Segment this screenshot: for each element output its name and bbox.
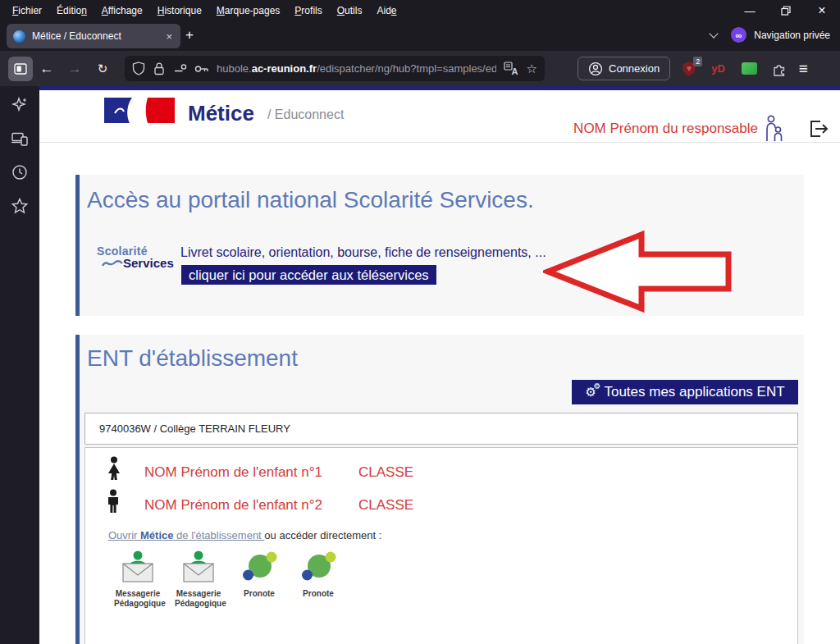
menu-affichage[interactable]: Affichage (94, 1, 150, 21)
menu-marque-pages[interactable]: Marque-pages (209, 1, 288, 21)
swoosh-icon (102, 258, 123, 269)
bookmarks-star-icon[interactable] (11, 197, 29, 215)
tab-metice-educonnect[interactable]: Métice / Educonnect × (7, 24, 180, 48)
ai-chat-icon[interactable] (11, 96, 29, 114)
scolarite-services-logo: Scolarité Services (97, 244, 179, 270)
history-clock-icon[interactable] (11, 163, 29, 181)
ent-panel: NOM Prénom de l'enfant n°1 CLASSE NOM Pr… (84, 447, 798, 644)
new-tab-button[interactable]: + (180, 25, 199, 45)
back-button[interactable]: ← (33, 61, 61, 77)
window-controls: — × (732, 0, 840, 21)
url-prefix: hubole. (217, 62, 252, 75)
url-domain: ac-reunion.fr (252, 62, 317, 75)
webpage: Métice / Educonnect NOM Prénom du respon… (39, 86, 840, 644)
open-metice-line: Ouvrir Métice de l'établissement ou accé… (108, 529, 381, 541)
menu-fichier[interactable]: Fichier (5, 1, 49, 21)
sidebar-toggle-icon (14, 62, 27, 75)
menu-outils[interactable]: Outils (330, 1, 370, 21)
restore-icon (781, 6, 791, 16)
menu-edition[interactable]: Édition (49, 1, 94, 21)
restore-button[interactable] (768, 0, 804, 21)
menu-items: Fichier Édition Affichage Historique Mar… (0, 1, 404, 21)
pronote-icon (299, 550, 337, 584)
child-class: CLASSE (358, 464, 413, 481)
open-metice-link[interactable]: Ouvrir Métice de l'établissement (108, 529, 264, 541)
page-header: Métice / Educonnect NOM Prénom du respon… (39, 90, 840, 143)
school-selector[interactable]: 9740036W / Collège TERRAIN FLEURY (84, 413, 798, 445)
private-browsing-icon: ∞ (731, 27, 746, 43)
svg-text:A: A (511, 66, 518, 75)
male-child-icon (105, 489, 121, 514)
messagerie-icon (180, 550, 217, 584)
open-suffix: ou accéder directement : (264, 529, 381, 541)
extension-badge: 2 (693, 57, 702, 66)
permissions-icon[interactable] (173, 62, 187, 75)
reload-button[interactable]: ↻ (89, 62, 116, 76)
section-ent: ENT d'établissement ⚙ ⚙ Toutes mes appli… (75, 335, 804, 644)
brand: Métice / Educonnect (104, 98, 344, 124)
tab-bar: Métice / Educonnect × + ∞ Navigation pri… (0, 21, 840, 51)
logout-icon[interactable] (806, 117, 829, 140)
red-arrow-annotation (543, 230, 733, 313)
tab-close-icon[interactable]: × (164, 30, 174, 43)
user-line: NOM Prénom du responsable (573, 115, 829, 143)
logo-line2: Services (123, 256, 174, 270)
gears-icon: ⚙ ⚙ (585, 383, 603, 401)
firefox-sidebar (0, 86, 39, 644)
teleservices-link[interactable]: cliquer ici pour accéder aux téléservice… (181, 265, 436, 285)
url-text[interactable]: hubole.ac-reunion.fr/edispatcher/ng/hub?… (217, 62, 496, 75)
extension-yd-icon[interactable]: yD (711, 62, 725, 75)
minimize-button[interactable]: — (732, 0, 768, 21)
key-icon[interactable] (194, 62, 209, 75)
all-ent-apps-label: Toutes mes applications ENT (604, 384, 784, 400)
connexion-label: Connexion (609, 62, 660, 75)
app-pronote-1[interactable]: Pronote (235, 550, 283, 599)
menu-bar: Fichier Édition Affichage Historique Mar… (0, 0, 840, 21)
extension-green-icon[interactable] (742, 62, 757, 75)
ent-heading: ENT d'établissement (87, 345, 298, 372)
browser-window: Fichier Édition Affichage Historique Mar… (0, 0, 840, 644)
app-pronote-2[interactable]: Pronote (294, 550, 342, 599)
chevron-down-icon[interactable] (710, 29, 719, 38)
bookmark-star-icon[interactable]: ☆ (527, 62, 537, 76)
app-messagerie-2[interactable]: MessageriePédagogique (175, 550, 222, 608)
child-name[interactable]: NOM Prénom de l'enfant n°2 (144, 497, 322, 514)
url-path: /edispatcher/ng/hub?tmpl=samples/ed (317, 62, 495, 75)
tab-title: Métice / Educonnect (32, 30, 164, 42)
child-name[interactable]: NOM Prénom de l'enfant n°1 (144, 464, 322, 481)
forward-button[interactable]: → (61, 61, 89, 77)
private-browsing-label: Navigation privée (754, 30, 830, 41)
child-class: CLASSE (358, 497, 413, 514)
site-subtitle: / Educonnect (267, 107, 344, 124)
extensions-puzzle-icon[interactable] (772, 62, 787, 76)
lock-icon[interactable] (153, 62, 166, 75)
account-icon (588, 62, 603, 76)
shield-icon[interactable] (132, 62, 145, 75)
responsible-name: NOM Prénom du responsable (573, 121, 758, 137)
translate-icon[interactable]: A (504, 62, 519, 75)
pronote-icon (240, 550, 278, 584)
scolarite-description: Livret scolaire, orientation, bourse, fi… (180, 245, 546, 260)
messagerie-icon (119, 550, 157, 584)
navigation-toolbar: ← → ↻ hubole.ac-reunion.fr/edispatcher/n… (0, 51, 840, 86)
extension-blocker-icon[interactable]: 2 (682, 61, 696, 77)
menu-historique[interactable]: Historique (150, 1, 209, 21)
close-window-button[interactable]: × (804, 0, 840, 21)
app-messagerie-1[interactable]: MessageriePédagogique (114, 550, 162, 608)
school-name: 9740036W / Collège TERRAIN FLEURY (85, 422, 290, 435)
connexion-button[interactable]: Connexion (578, 57, 670, 80)
app-menu-icon[interactable]: ≡ (799, 60, 808, 78)
menu-aide[interactable]: Aide (369, 1, 404, 21)
tab-bar-right: ∞ Navigation privée (710, 27, 830, 43)
scolarite-heading: Accès au portail national Scolarité Serv… (87, 187, 534, 213)
menu-profils[interactable]: Profils (287, 1, 329, 21)
address-bar[interactable]: hubole.ac-reunion.fr/edispatcher/ng/hub?… (125, 56, 545, 81)
tab-favicon-icon (13, 30, 25, 43)
site-title: Métice (188, 103, 254, 124)
female-child-icon (105, 456, 123, 481)
marianne-logo (104, 98, 175, 124)
all-ent-apps-button[interactable]: ⚙ ⚙ Toutes mes applications ENT (572, 380, 798, 404)
parent-child-icon (764, 115, 785, 143)
sidebar-toggle-button[interactable] (8, 57, 33, 81)
synced-tabs-icon[interactable] (11, 130, 29, 148)
